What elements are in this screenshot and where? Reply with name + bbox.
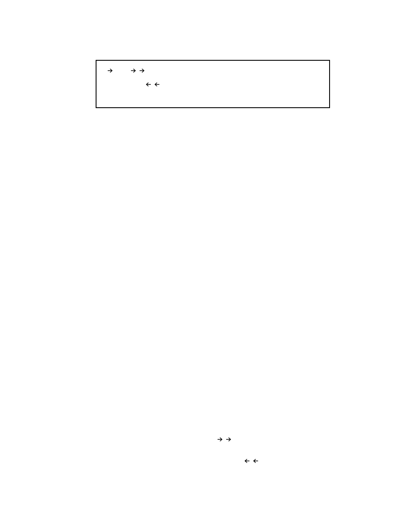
double-arrow-right-cluster	[130, 67, 146, 74]
arrow-right-icon	[217, 436, 224, 443]
bordered-box	[96, 60, 330, 108]
inline-double-arrow-left	[243, 457, 259, 466]
arrow-left-icon	[243, 457, 250, 464]
document-page	[0, 0, 411, 532]
inline-double-arrow-right	[217, 436, 232, 445]
double-arrow-right-cluster	[217, 436, 232, 443]
box-row-1	[107, 65, 319, 76]
arrow-left-icon	[153, 81, 160, 88]
box-content	[97, 61, 329, 94]
double-arrow-left-cluster	[243, 457, 259, 464]
double-arrow-left-cluster	[145, 81, 160, 88]
arrow-right-icon	[107, 67, 114, 74]
arrow-left-icon	[145, 81, 152, 88]
arrow-right-icon	[130, 67, 137, 74]
arrow-right-icon	[225, 436, 232, 443]
arrow-left-icon	[252, 457, 259, 464]
arrow-right-icon	[139, 67, 146, 74]
single-arrow-cluster	[107, 67, 114, 74]
box-row-2	[107, 79, 319, 90]
